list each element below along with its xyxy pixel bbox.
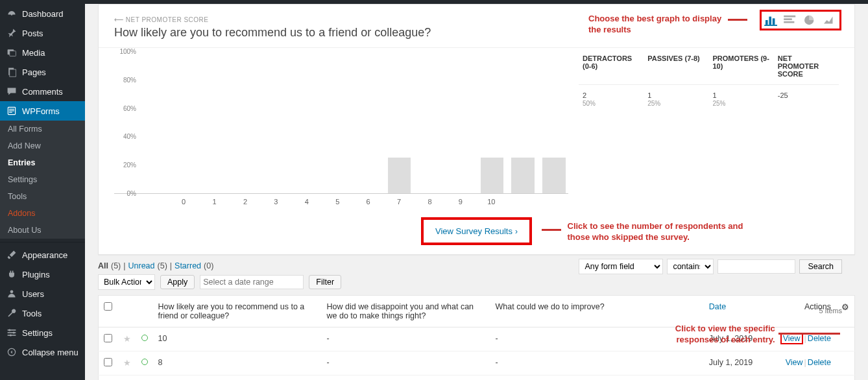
menu-collapse[interactable]: Collapse menu — [0, 342, 85, 362]
wpforms-submenu: All Forms Add New Entries Settings Tools… — [0, 121, 85, 239]
form-icon — [6, 106, 17, 116]
view-survey-results-button[interactable]: View Survey Results› — [421, 217, 532, 245]
menu-tools[interactable]: Tools — [0, 303, 85, 323]
svg-rect-2 — [10, 51, 16, 56]
sub-about[interactable]: About Us — [0, 222, 85, 239]
delete-link[interactable]: Delete — [808, 358, 831, 367]
wrench-icon — [6, 308, 17, 318]
svg-rect-20 — [764, 25, 777, 26]
annotation-chart-selector: Choose the best graph to display the res… — [588, 14, 731, 36]
nps-col-detractors: DETRACTORS (0-6) — [579, 48, 644, 84]
entries-table: How likely are you to recommend us to a … — [98, 295, 855, 380]
cell-q3: - — [490, 375, 704, 381]
delete-link[interactable]: Delete — [808, 334, 831, 343]
cell-q3: - — [490, 351, 704, 375]
pie-chart-icon[interactable] — [803, 14, 817, 26]
media-icon — [6, 47, 17, 58]
filter-value-input[interactable] — [717, 259, 795, 274]
star-icon[interactable]: ★ — [123, 334, 131, 344]
gauge-icon — [6, 8, 17, 19]
annotation-view-entry: Click to view the specific responses of … — [662, 324, 775, 346]
sub-addons[interactable]: Addons — [0, 205, 85, 222]
apply-button[interactable]: Apply — [160, 275, 195, 289]
menu-media[interactable]: Media — [0, 43, 85, 62]
nps-col-promoters: PROMOTERS (9-10) — [709, 48, 774, 84]
svg-point-15 — [10, 334, 12, 336]
cell-q1: - — [153, 375, 322, 381]
menu-wpforms[interactable]: WPForms — [0, 101, 85, 121]
cell-date: July 1, 2019Click to view the specific r… — [704, 327, 775, 351]
tab-starred[interactable]: Starred — [175, 261, 201, 270]
svg-point-0 — [11, 14, 12, 15]
tab-all[interactable]: All — [98, 261, 108, 270]
unread-indicator-icon — [141, 359, 148, 365]
svg-rect-8 — [9, 112, 12, 113]
menu-posts[interactable]: Posts — [0, 23, 85, 43]
annotation-view-results: Click to see the number of respondents a… — [568, 221, 762, 243]
row-checkbox[interactable] — [104, 358, 112, 366]
menu-comments[interactable]: Comments — [0, 82, 85, 101]
cell-q2: - — [322, 327, 490, 351]
menu-users[interactable]: Users — [0, 284, 85, 303]
svg-rect-21 — [784, 16, 795, 18]
comment-icon — [6, 86, 17, 97]
svg-rect-19 — [773, 18, 775, 25]
table-row[interactable]: ★8--July 1, 2019View|Delete — [99, 351, 855, 375]
field-filter-select[interactable]: Any form field — [579, 259, 663, 274]
select-all-checkbox[interactable] — [104, 302, 112, 311]
main-content: ⟵ NET PROMOTER SCORE How likely are you … — [85, 4, 868, 380]
menu-plugins[interactable]: Plugins — [0, 265, 85, 284]
menu-pages[interactable]: Pages — [0, 62, 85, 82]
pin-icon — [6, 28, 17, 38]
svg-rect-18 — [769, 17, 771, 25]
operator-select[interactable]: contains — [667, 259, 714, 274]
chevron-right-icon: › — [515, 227, 518, 236]
view-link[interactable]: View — [783, 334, 801, 343]
svg-point-9 — [10, 290, 14, 293]
nps-summary-table: DETRACTORS (0-6) PASSIVES (7-8) PROMOTER… — [579, 48, 839, 206]
admin-sidebar: Dashboard Posts Media Pages Comments WPF… — [0, 4, 85, 380]
survey-card: ⟵ NET PROMOTER SCORE How likely are you … — [98, 4, 855, 255]
svg-rect-7 — [9, 110, 14, 111]
sub-add-new[interactable]: Add New — [0, 137, 85, 154]
chart-type-selector — [760, 10, 841, 30]
filter-button[interactable]: Filter — [309, 275, 341, 289]
table-row[interactable]: ★10--July 1, 2019Click to view the speci… — [99, 327, 855, 351]
bar-chart-icon[interactable] — [764, 14, 778, 26]
bulk-actions-select[interactable]: Bulk Actions — [98, 274, 155, 290]
menu-appearance[interactable]: Appearance — [0, 245, 85, 265]
cell-q2: - — [322, 351, 490, 375]
svg-rect-6 — [9, 109, 14, 110]
hbar-chart-icon[interactable] — [784, 14, 798, 26]
sub-entries[interactable]: Entries — [0, 154, 85, 171]
row-checkbox[interactable] — [104, 334, 112, 342]
col-date[interactable]: Date — [704, 296, 775, 327]
line-chart-icon[interactable] — [823, 14, 837, 26]
sliders-icon — [6, 327, 17, 338]
brush-icon — [6, 250, 17, 260]
cell-q2: - — [322, 375, 490, 381]
view-link[interactable]: View — [786, 358, 803, 367]
survey-question: How likely are you to recommend us to a … — [114, 26, 431, 40]
menu-settings[interactable]: Settings — [0, 323, 85, 342]
table-row[interactable]: ★---July 1, 2019View|Delete — [99, 375, 855, 381]
sub-settings[interactable]: Settings — [0, 171, 85, 188]
svg-rect-17 — [766, 20, 768, 25]
tab-unread[interactable]: Unread — [128, 261, 155, 270]
sub-tools[interactable]: Tools — [0, 188, 85, 205]
item-count: 5 items — [819, 307, 842, 315]
svg-rect-22 — [784, 18, 792, 20]
star-icon[interactable]: ★ — [123, 358, 131, 368]
cell-q1: 10 — [153, 327, 322, 351]
date-range-input[interactable] — [200, 275, 304, 289]
nps-col-score: NET PROMOTER SCORE — [774, 48, 839, 84]
page-icon — [6, 67, 17, 77]
svg-point-13 — [8, 329, 10, 331]
unread-indicator-icon — [141, 335, 148, 341]
cell-q1: 8 — [153, 351, 322, 375]
menu-dashboard[interactable]: Dashboard — [0, 4, 85, 23]
sub-all-forms[interactable]: All Forms — [0, 121, 85, 137]
user-icon — [6, 289, 17, 299]
nps-col-passives: PASSIVES (7-8) — [644, 48, 708, 84]
search-button[interactable]: Search — [799, 259, 842, 274]
